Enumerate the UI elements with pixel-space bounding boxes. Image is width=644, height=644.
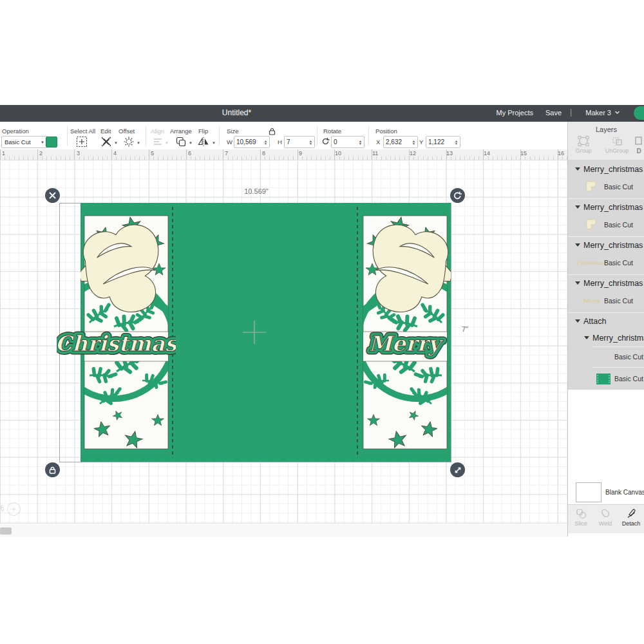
- y-field-label: Y: [419, 138, 423, 146]
- rotate-handle[interactable]: [450, 188, 465, 203]
- edit-button[interactable]: [100, 136, 112, 147]
- attach-title: Attach: [583, 317, 606, 326]
- height-field-label: H: [278, 138, 282, 146]
- edit-label: Edit: [100, 128, 111, 135]
- weld-button: Weld: [594, 508, 617, 527]
- attach-group-row[interactable]: Attach: [568, 314, 644, 330]
- blank-canvas-swatch[interactable]: [576, 482, 601, 502]
- collapse-triangle-icon[interactable]: [575, 281, 580, 285]
- operation-dropdown[interactable]: Basic Cut ▼: [1, 136, 48, 148]
- edit-dropdown-arrow[interactable]: ▼: [114, 141, 118, 145]
- height-dimension-label: 7": [462, 325, 468, 333]
- offset-label: Offset: [118, 128, 135, 135]
- scrollbar-thumb[interactable]: [0, 527, 12, 535]
- layer-sub-row[interactable]: Basic Cut: [568, 348, 644, 367]
- layer-operation-label: Basic Cut: [614, 353, 643, 361]
- arrange-dropdown-arrow[interactable]: ▼: [189, 141, 193, 145]
- machine-name: Maker 3: [585, 109, 611, 117]
- center-crosshair-icon: [242, 319, 267, 345]
- my-projects-link[interactable]: My Projects: [497, 109, 533, 117]
- arrange-button[interactable]: [175, 136, 187, 147]
- offset-button[interactable]: [123, 136, 135, 147]
- save-link[interactable]: Save: [545, 109, 562, 117]
- cricut-design-space-window: Untitled* My Projects Save | Maker 3 Ope…: [0, 0, 644, 644]
- edit-toolbar: Operation Basic Cut ▼ Select All Edit ▼ …: [0, 122, 567, 150]
- width-field-label: W: [227, 138, 232, 146]
- divider: [368, 126, 369, 146]
- layer-group-row[interactable]: Merry_christmas: [568, 200, 644, 216]
- blank-canvas-label: Blank Canvas: [605, 489, 644, 496]
- collapse-triangle-icon[interactable]: [575, 243, 580, 247]
- x-stepper[interactable]: ▲▼: [412, 140, 415, 145]
- layer-sub-row[interactable]: Basic Cut: [568, 216, 644, 235]
- width-input[interactable]: 10,569 ▲▼: [234, 136, 270, 148]
- layer-operation-label: Basic Cut: [604, 259, 633, 267]
- dropdown-arrow-icon: ▼: [41, 140, 44, 144]
- lock-handle[interactable]: [45, 462, 60, 477]
- size-label: Size: [227, 128, 238, 135]
- height-value: 7: [287, 138, 290, 146]
- machine-selector[interactable]: Maker 3: [585, 109, 620, 117]
- collapse-triangle-icon[interactable]: [575, 205, 580, 209]
- collapse-triangle-icon[interactable]: [584, 336, 589, 339]
- layer-group-row[interactable]: Merry_christmas: [568, 276, 644, 292]
- layers-panel: Layers Group UnGroup D Merry_christmas: [567, 122, 644, 536]
- layer-group-row[interactable]: Merry_christmas: [568, 331, 644, 346]
- layers-panel-header: Layers Group UnGroup D: [568, 122, 644, 160]
- select-all-label: Select All: [70, 128, 95, 135]
- resize-handle[interactable]: [450, 462, 465, 477]
- zoom-control[interactable]: % +: [0, 502, 4, 514]
- layer-sub-row[interactable]: Christmas Basic Cut: [568, 254, 644, 273]
- horizontal-scrollbar[interactable]: [0, 523, 567, 537]
- collapse-triangle-icon[interactable]: [575, 167, 580, 171]
- operation-value: Basic Cut: [5, 138, 31, 146]
- blank-canvas-row[interactable]: Blank Canvas: [568, 480, 644, 504]
- flip-button[interactable]: [197, 136, 210, 147]
- christmas-word[interactable]: Christmas Christmas Christmas: [57, 324, 176, 365]
- merry-word[interactable]: Merry Merry Merry: [359, 324, 450, 365]
- delete-handle[interactable]: [45, 188, 60, 203]
- flip-label: Flip: [198, 128, 208, 135]
- align-label: Align: [151, 128, 164, 135]
- merry-script-thumbnail: Merry: [583, 293, 600, 308]
- divider: [219, 126, 220, 146]
- layer-sub-row[interactable]: Merry Basic Cut: [568, 292, 644, 311]
- layer-group-row[interactable]: Merry_christmas: [568, 162, 644, 178]
- zoom-percent-symbol: %: [0, 503, 4, 513]
- zoom-in-icon[interactable]: +: [7, 502, 21, 516]
- y-stepper[interactable]: ▲▼: [455, 140, 458, 145]
- layer-group-title: Merry_christmas: [583, 165, 643, 174]
- layer-actions-bar: Slice Weld Detach: [568, 504, 644, 533]
- layer-operation-label: Basic Cut: [604, 297, 633, 305]
- lock-aspect-icon[interactable]: [269, 128, 276, 135]
- offset-dropdown-arrow[interactable]: ▼: [137, 141, 140, 145]
- height-stepper[interactable]: ▲▼: [309, 140, 312, 145]
- color-swatch[interactable]: [46, 137, 57, 147]
- rotate-input[interactable]: 0 ▲▼: [331, 136, 365, 148]
- layer-group-row[interactable]: Merry_christmas: [568, 238, 644, 254]
- collapse-triangle-icon[interactable]: [575, 319, 580, 323]
- group-button: Group: [569, 136, 598, 154]
- x-position-input[interactable]: 2,632 ▲▼: [383, 136, 418, 148]
- layer-group-title: Merry_christmas: [583, 279, 643, 288]
- rotate-stepper[interactable]: ▲▼: [359, 140, 362, 145]
- svg-text:Christmas: Christmas: [57, 331, 176, 356]
- align-dropdown-arrow: ▼: [165, 141, 169, 145]
- layer-sub-row[interactable]: Basic Cut: [568, 178, 644, 197]
- arrange-label: Arrange: [170, 128, 192, 135]
- width-stepper[interactable]: ▲▼: [264, 140, 267, 145]
- width-dimension-label: 10.569": [231, 187, 282, 195]
- y-position-input[interactable]: 1,122 ▲▼: [426, 136, 460, 148]
- select-all-button[interactable]: [76, 136, 88, 147]
- document-title[interactable]: Untitled*: [190, 108, 283, 117]
- position-label: Position: [375, 128, 397, 135]
- rotate-icon[interactable]: [321, 137, 330, 146]
- layer-sub-row[interactable]: Basic Cut: [568, 370, 644, 389]
- make-it-button[interactable]: [634, 106, 644, 120]
- detach-button[interactable]: Detach: [620, 508, 643, 527]
- height-input[interactable]: 7 ▲▼: [284, 136, 315, 148]
- flip-dropdown-arrow[interactable]: ▼: [212, 141, 216, 145]
- layer-group-title: Merry_christmas: [583, 241, 643, 250]
- rotate-value: 0: [334, 138, 337, 146]
- horizontal-ruler: 1 2 3 4 5 6 7 8 9 10 11 12 13 14 15 16: [0, 149, 567, 160]
